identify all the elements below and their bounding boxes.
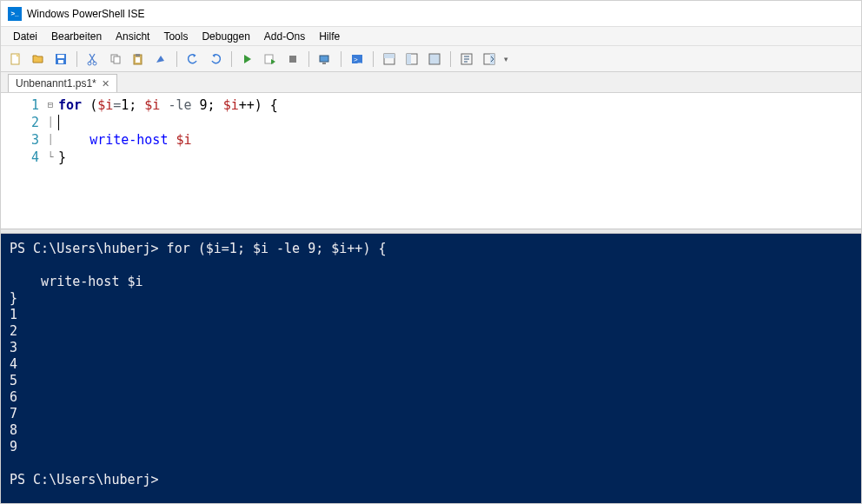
script-editor[interactable]: 1 2 3 4 ⊟ │ │ └ for ($i=1; $i -le 9; $i+… [1,93,861,229]
clear-button[interactable] [151,50,170,69]
svg-rect-12 [289,56,296,63]
window-title: Windows PowerShell ISE [27,8,144,20]
console-pane[interactable]: PS C:\Users\huberj> for ($i=1; $i -le 9;… [1,234,861,503]
code-line[interactable]: write-host $i [58,131,861,149]
menu-debug[interactable]: Debuggen [195,29,256,44]
menu-file[interactable]: Datei [6,29,44,44]
undo-button[interactable] [183,50,202,69]
run-button[interactable] [238,50,257,69]
show-command-addon-button[interactable] [480,50,499,69]
run-selection-button[interactable] [261,50,280,69]
code-line[interactable]: for ($i=1; $i -le 9; $i++) { [58,96,861,114]
line-number: 1 [1,96,39,114]
new-file-button[interactable] [6,50,25,69]
svg-rect-20 [407,54,411,64]
toolbar-separator [308,51,309,67]
menu-tools[interactable]: Tools [156,29,195,44]
tab-strip: Unbenannt1.ps1* ✕ [1,72,861,93]
svg-rect-3 [58,60,63,63]
cut-button[interactable] [83,50,103,69]
line-number: 2 [1,114,39,131]
toolbar-overflow-icon[interactable]: ▾ [502,55,508,63]
stop-button[interactable] [283,50,302,69]
svg-rect-13 [320,56,328,62]
powershell-icon [8,7,22,21]
line-number: 3 [1,131,39,149]
line-number: 4 [1,149,39,166]
fold-column: ⊟ │ │ └ [44,93,56,229]
layout-script-top-button[interactable] [380,50,399,69]
paste-button[interactable] [129,50,148,69]
open-file-button[interactable] [29,50,48,69]
file-tab[interactable]: Unbenannt1.ps1* ✕ [8,74,117,92]
remote-button[interactable] [315,50,335,69]
layout-side-button[interactable] [402,50,421,69]
show-command-button[interactable] [457,50,476,69]
code-line[interactable] [58,114,861,131]
tab-label: Unbenannt1.ps1* [16,77,96,90]
save-button[interactable] [51,50,70,69]
toolbar-separator [231,51,232,67]
toolbar-separator [450,51,451,67]
toolbar-separator [341,51,341,67]
menu-bar: Datei Bearbeiten Ansicht Tools Debuggen … [1,27,861,46]
title-bar: Windows PowerShell ISE [1,1,861,27]
code-area[interactable]: for ($i=1; $i -le 9; $i++) { write-host … [56,93,861,229]
svg-rect-21 [429,54,440,64]
toolbar: >_ ▾ [1,46,861,72]
svg-rect-14 [322,63,326,64]
close-icon[interactable]: ✕ [102,78,109,90]
powershell-tab-button[interactable]: >_ [348,50,367,69]
menu-help[interactable]: Hilfe [312,29,347,44]
toolbar-separator [76,51,77,67]
code-line[interactable]: } [58,149,861,166]
svg-rect-18 [384,54,395,58]
toolbar-separator [373,51,374,67]
copy-button[interactable] [106,50,125,69]
layout-full-button[interactable] [425,50,444,69]
svg-rect-2 [57,55,64,58]
line-number-gutter: 1 2 3 4 [1,93,44,229]
fold-toggle-icon[interactable]: ⊟ [44,96,56,114]
svg-text:>_: >_ [354,56,362,63]
menu-view[interactable]: Ansicht [109,29,156,44]
menu-edit[interactable]: Bearbeiten [44,29,109,44]
redo-button[interactable] [206,50,225,69]
menu-addons[interactable]: Add-Ons [257,29,312,44]
toolbar-separator [176,51,177,67]
svg-rect-9 [136,54,140,56]
svg-rect-7 [114,56,120,63]
svg-rect-10 [136,57,140,63]
